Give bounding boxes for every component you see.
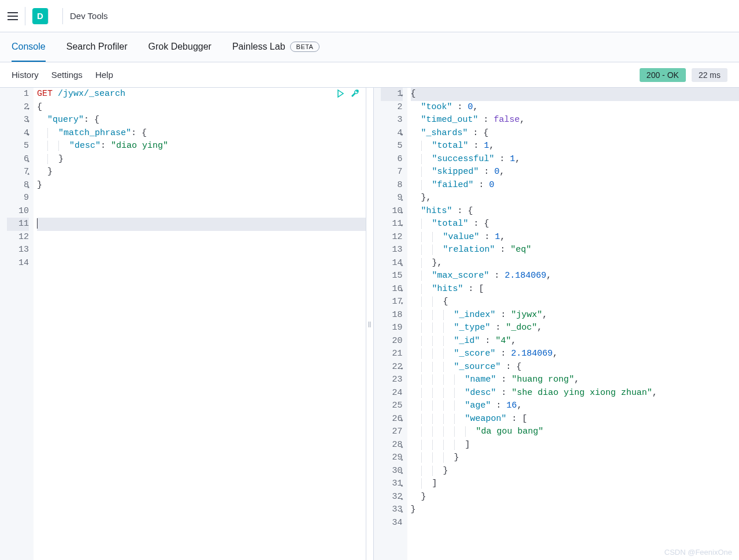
toolbar-help[interactable]: Help: [95, 70, 113, 80]
line-number: 31▴: [381, 477, 403, 491]
wrench-icon[interactable]: [351, 89, 360, 103]
line-number: 3▾: [7, 114, 29, 127]
toolbar-history[interactable]: History: [12, 70, 39, 80]
request-gutter: 12▾3▾4▾56▴7▴8▴91011121314: [0, 88, 34, 560]
line-number: 22▾: [381, 361, 403, 374]
code-line: "_source" : {: [411, 361, 740, 374]
line-number: 4▾: [381, 127, 403, 140]
line-number: 14▴: [381, 257, 403, 270]
header: D Dev Tools: [0, 0, 739, 32]
line-number: 12: [7, 231, 29, 244]
request-pane[interactable]: 12▾3▾4▾56▴7▴8▴91011121314 GET /jywx/_sea…: [0, 88, 366, 560]
line-number: 19: [381, 322, 403, 335]
line-number: 34: [381, 517, 403, 530]
code-line: "age" : 16,: [411, 400, 740, 413]
code-line: "max_score" : 2.184069,: [411, 270, 740, 283]
line-number: 7: [381, 166, 403, 179]
code-line: "_id" : "4",: [411, 335, 740, 348]
line-number: 10: [7, 205, 29, 218]
code-line: [37, 192, 366, 205]
line-number: 10▾: [381, 205, 403, 218]
code-line: [37, 257, 366, 270]
code-line: }: [411, 465, 740, 478]
line-number: 30▴: [381, 465, 403, 478]
tab-label: Painless Lab: [232, 42, 285, 52]
line-number: 24: [381, 387, 403, 400]
code-line: ]: [411, 439, 740, 452]
line-number: 16▾: [381, 283, 403, 296]
code-line: ]: [411, 477, 740, 491]
toolbar-left: HistorySettingsHelp: [12, 70, 113, 80]
code-line: "_type" : "_doc",: [411, 322, 740, 335]
code-line: "successful" : 1,: [411, 153, 740, 166]
line-number: 27: [381, 425, 403, 439]
code-line: "name" : "huang rong",: [411, 374, 740, 387]
line-number: 5: [381, 140, 403, 153]
code-line: "value" : 1,: [411, 231, 740, 244]
code-line: {: [411, 296, 740, 309]
line-number: 33▴: [381, 503, 403, 517]
code-line: GET /jywx/_search: [37, 88, 366, 101]
line-number: 32▴: [381, 491, 403, 504]
line-number: 8: [381, 179, 403, 192]
code-line: [411, 517, 740, 530]
line-number: 2▾: [7, 101, 29, 114]
toolbar: HistorySettingsHelp 200 - OK 22 ms: [0, 62, 739, 88]
pane-divider[interactable]: ||: [366, 88, 374, 560]
code-line: [37, 244, 366, 257]
tab-search-profiler[interactable]: Search Profiler: [66, 32, 128, 62]
line-number: 9: [7, 192, 29, 205]
menu-button[interactable]: [7, 7, 25, 25]
code-line: "skipped" : 0,: [411, 166, 740, 179]
line-number: 25: [381, 400, 403, 413]
logo-wrap: D: [32, 8, 63, 24]
code-line: "desc" : "she diao ying xiong zhuan",: [411, 387, 740, 400]
code-line: }: [37, 153, 366, 166]
line-number: 1: [7, 88, 29, 101]
response-pane[interactable]: 1▾234▾56789▴10▾11▾121314▴1516▾17▾1819202…: [374, 88, 740, 560]
line-number: 6: [381, 153, 403, 166]
code-line: [37, 205, 366, 218]
code-line: "total" : 1,: [411, 140, 740, 153]
response-code: { "took" : 0, "timed_out" : false, "_sha…: [407, 88, 740, 560]
code-line: "relation" : "eq": [411, 244, 740, 257]
tab-console[interactable]: Console: [12, 32, 46, 62]
code-line: }: [411, 451, 740, 465]
code-line: "timed_out" : false,: [411, 114, 740, 127]
line-number: 5: [7, 140, 29, 153]
toolbar-right: 200 - OK 22 ms: [640, 68, 727, 82]
tab-grok-debugger[interactable]: Grok Debugger: [148, 32, 211, 62]
line-number: 21: [381, 348, 403, 361]
hamburger-icon: [8, 12, 18, 20]
beta-badge: BETA: [290, 42, 320, 52]
editor-area: 12▾3▾4▾56▴7▴8▴91011121314 GET /jywx/_sea…: [0, 88, 739, 560]
code-line: }: [37, 179, 366, 192]
play-icon[interactable]: [336, 89, 345, 103]
line-number: 28▴: [381, 439, 403, 452]
code-line: [37, 231, 366, 244]
toolbar-settings[interactable]: Settings: [51, 70, 83, 80]
status-badge: 200 - OK: [640, 68, 686, 82]
code-line: "match_phrase": {: [37, 127, 366, 140]
code-line: {: [37, 101, 366, 114]
code-line: [37, 218, 366, 231]
code-line: "_index" : "jywx",: [411, 309, 740, 322]
code-line: "hits" : {: [411, 205, 740, 218]
line-number: 23: [381, 374, 403, 387]
response-gutter: 1▾234▾56789▴10▾11▾121314▴1516▾17▾1819202…: [374, 88, 407, 560]
request-actions: [336, 89, 360, 103]
line-number: 11▾: [381, 218, 403, 231]
line-number: 11: [7, 218, 29, 231]
code-line: "total" : {: [411, 218, 740, 231]
line-number: 3: [381, 114, 403, 127]
app-logo[interactable]: D: [32, 8, 49, 24]
line-number: 9▴: [381, 192, 403, 205]
line-number: 7▴: [7, 166, 29, 179]
watermark: CSDN @FeenixOne: [664, 548, 732, 557]
request-code[interactable]: GET /jywx/_search{ "query": { "match_phr…: [34, 88, 366, 560]
code-line: }: [411, 491, 740, 504]
line-number: 12: [381, 231, 403, 244]
tab-painless-lab[interactable]: Painless LabBETA: [232, 32, 320, 62]
code-line: {: [411, 88, 740, 101]
code-line: "desc": "diao ying": [37, 140, 366, 153]
